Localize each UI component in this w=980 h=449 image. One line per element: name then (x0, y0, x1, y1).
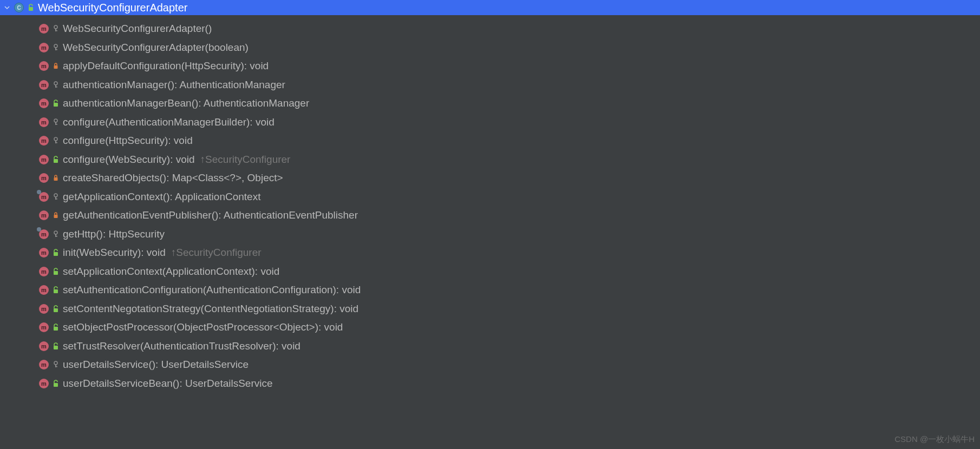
method-row[interactable]: mcreateSharedObjects(): Map<Class<?>, Ob… (0, 169, 980, 188)
method-row[interactable]: mgetApplicationContext(): ApplicationCon… (0, 188, 980, 207)
method-row[interactable]: msetApplicationContext(ApplicationContex… (0, 262, 980, 281)
method-icon: m (39, 229, 49, 239)
method-list: mWebSecurityConfigurerAdapter()mWebSecur… (0, 15, 980, 393)
method-icon: m (39, 304, 49, 314)
method-signature: init(WebSecurity): void (63, 247, 166, 259)
method-row[interactable]: mgetHttp(): HttpSecurity (0, 225, 980, 244)
key-icon (52, 44, 60, 51)
svg-rect-26 (55, 236, 57, 237)
svg-rect-18 (54, 159, 58, 163)
method-row[interactable]: msetTrustResolver(AuthenticationTrustRes… (0, 337, 980, 356)
method-signature: configure(AuthenticationManagerBuilder):… (63, 116, 275, 128)
key-icon (52, 118, 60, 126)
method-signature: userDetailsServiceBean(): UserDetailsSer… (63, 378, 273, 389)
method-icon: m (39, 117, 49, 127)
svg-rect-10 (55, 87, 57, 88)
svg-rect-3 (55, 30, 57, 31)
class-header[interactable]: C WebSecurityConfigurerAdapter (0, 0, 980, 15)
unlock-icon (52, 305, 60, 313)
method-icon: m (39, 341, 49, 351)
unlock-icon (27, 4, 35, 11)
method-icon: m (39, 136, 49, 146)
svg-rect-35 (55, 366, 57, 367)
method-signature: setContentNegotationStrategy(ContentNego… (63, 303, 358, 315)
method-row[interactable]: mgetAuthenticationEventPublisher(): Auth… (0, 206, 980, 225)
method-signature: authenticationManagerBean(): Authenticat… (63, 97, 309, 109)
class-icon-letter: C (17, 5, 21, 11)
method-row[interactable]: muserDetailsService(): UserDetailsServic… (0, 355, 980, 374)
method-icon: m (39, 248, 49, 257)
method-icon: m (39, 61, 49, 71)
chevron-down-icon[interactable] (3, 4, 11, 11)
unlock-icon (52, 268, 60, 275)
method-signature: configure(WebSecurity): void (63, 154, 195, 166)
svg-rect-36 (54, 383, 58, 387)
method-icon: m (39, 173, 49, 183)
method-row[interactable]: msetContentNegotationStrategy(ContentNeg… (0, 300, 980, 319)
class-icon: C (14, 3, 24, 12)
svg-rect-27 (54, 252, 58, 256)
unlock-icon (52, 323, 60, 331)
method-row[interactable]: mWebSecurityConfigurerAdapter() (0, 19, 980, 38)
svg-rect-14 (55, 124, 57, 125)
method-row[interactable]: mapplyDefaultConfiguration(HttpSecurity)… (0, 57, 980, 76)
svg-rect-28 (54, 271, 58, 275)
method-icon: m (39, 285, 49, 295)
unlock-icon (52, 249, 60, 256)
method-signature: setObjectPostProcessor(ObjectPostProcess… (63, 321, 343, 333)
method-signature: setTrustResolver(AuthenticationTrustReso… (63, 340, 300, 352)
method-icon: m (39, 24, 49, 34)
inherited-from: ↑SecurityConfigurer (171, 247, 262, 259)
method-signature: WebSecurityConfigurerAdapter(boolean) (63, 42, 249, 54)
method-row[interactable]: muserDetailsServiceBean(): UserDetailsSe… (0, 374, 980, 393)
method-signature: getApplicationContext(): ApplicationCont… (63, 191, 260, 203)
svg-rect-17 (55, 142, 57, 143)
method-icon: m (39, 267, 49, 276)
lock-icon (52, 62, 60, 70)
method-signature: setApplicationContext(ApplicationContext… (63, 266, 279, 278)
method-row[interactable]: mauthenticationManager(): Authentication… (0, 76, 980, 95)
class-name: WebSecurityConfigurerAdapter (38, 2, 187, 14)
method-icon: m (39, 360, 49, 369)
method-signature: setAuthenticationConfiguration(Authentic… (63, 284, 361, 296)
method-signature: createSharedObjects(): Map<Class<?>, Obj… (63, 172, 283, 184)
key-icon (52, 81, 60, 89)
method-icon: m (39, 322, 49, 332)
method-row[interactable]: mconfigure(WebSecurity): void↑SecurityCo… (0, 150, 980, 169)
method-row[interactable]: mconfigure(HttpSecurity): void (0, 131, 980, 150)
lock-icon (52, 174, 60, 182)
method-icon: m (39, 80, 49, 90)
unlock-icon (52, 286, 60, 294)
method-row[interactable]: mauthenticationManagerBean(): Authentica… (0, 94, 980, 113)
method-signature: getAuthenticationEventPublisher(): Authe… (63, 209, 358, 221)
unlock-icon (52, 342, 60, 350)
svg-rect-6 (55, 49, 57, 50)
key-icon (52, 25, 60, 32)
inherited-from: ↑SecurityConfigurer (200, 154, 291, 166)
method-icon: m (39, 98, 49, 108)
method-signature: authenticationManager(): AuthenticationM… (63, 79, 285, 91)
svg-rect-11 (54, 103, 58, 107)
override-indicator-icon (37, 190, 41, 194)
watermark: CSDN @一枚小蜗牛H (894, 434, 975, 445)
svg-rect-30 (54, 308, 58, 312)
method-row[interactable]: mconfigure(AuthenticationManagerBuilder)… (0, 113, 980, 132)
method-signature: applyDefaultConfiguration(HttpSecurity):… (63, 60, 269, 72)
svg-rect-31 (54, 327, 58, 331)
method-row[interactable]: msetAuthenticationConfiguration(Authenti… (0, 281, 980, 300)
svg-rect-0 (29, 7, 33, 11)
method-row[interactable]: mWebSecurityConfigurerAdapter(boolean) (0, 38, 980, 57)
method-row[interactable]: msetObjectPostProcessor(ObjectPostProces… (0, 318, 980, 337)
method-signature: configure(HttpSecurity): void (63, 135, 193, 147)
method-row[interactable]: minit(WebSecurity): void↑SecurityConfigu… (0, 243, 980, 262)
svg-rect-22 (55, 199, 57, 200)
key-icon (52, 193, 60, 201)
method-icon: m (39, 192, 49, 202)
key-icon (52, 361, 60, 368)
svg-rect-32 (54, 346, 58, 349)
key-icon (52, 137, 60, 144)
svg-rect-23 (54, 215, 58, 218)
unlock-icon (52, 100, 60, 107)
method-icon: m (39, 43, 49, 52)
svg-rect-19 (54, 177, 58, 181)
